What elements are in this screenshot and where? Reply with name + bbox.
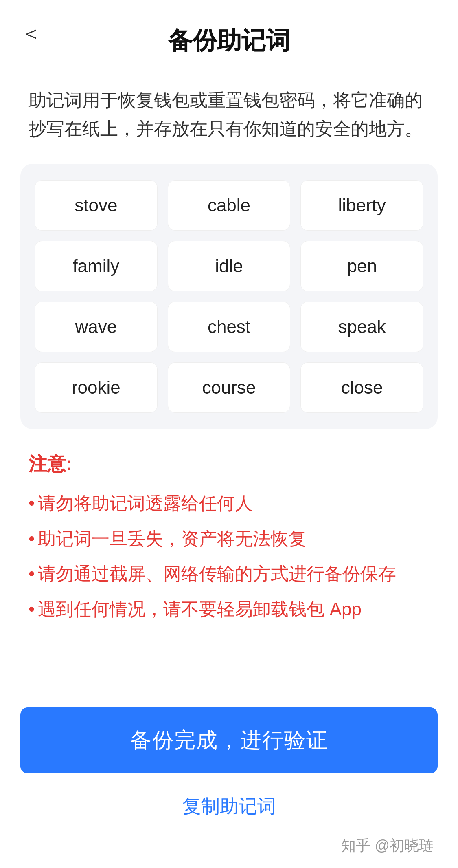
warning-item-1: •请勿将助记词透露给任何人 (28, 488, 430, 519)
warning-item-4: •遇到任何情况，请不要轻易卸载钱包 App (28, 594, 430, 625)
mnemonic-word-12: close (300, 362, 423, 413)
page-container: ＜ 备份助记词 助记词用于恢复钱包或重置钱包密码，将它准确的抄写在纸上，并存放在… (0, 0, 458, 868)
mnemonic-word-10: rookie (35, 362, 158, 413)
mnemonic-word-4: family (35, 241, 158, 291)
warning-item-text: 请勿通过截屏、网络传输的方式进行备份保存 (38, 559, 396, 589)
back-button[interactable]: ＜ (20, 22, 42, 44)
mnemonic-word-9: speak (300, 302, 423, 352)
copy-mnemonic-button[interactable]: 复制助记词 (178, 790, 280, 823)
mnemonic-word-6: pen (300, 241, 423, 291)
mnemonic-word-2: cable (168, 180, 291, 231)
warning-bullet: • (28, 594, 35, 625)
warning-item-3: •请勿通过截屏、网络传输的方式进行备份保存 (28, 559, 430, 589)
warning-item-2: •助记词一旦丢失，资产将无法恢复 (28, 524, 430, 554)
mnemonic-word-3: liberty (300, 180, 423, 231)
page-title: 备份助记词 (168, 24, 290, 57)
mnemonic-word-11: course (168, 362, 291, 413)
warning-title: 注意: (28, 452, 430, 477)
warning-items: •请勿将助记词透露给任何人•助记词一旦丢失，资产将无法恢复•请勿通过截屏、网络传… (28, 488, 430, 625)
warning-bullet: • (28, 559, 35, 589)
warning-item-text: 遇到任何情况，请不要轻易卸载钱包 App (38, 594, 362, 625)
mnemonic-container: stovecablelibertyfamilyidlepenwavechests… (20, 164, 438, 429)
warning-section: 注意: •请勿将助记词透露给任何人•助记词一旦丢失，资产将无法恢复•请勿通过截屏… (0, 429, 458, 646)
bottom-actions: 备份完成，进行验证 复制助记词 (0, 691, 458, 835)
warning-item-text: 助记词一旦丢失，资产将无法恢复 (38, 524, 307, 554)
warning-item-text: 请勿将助记词透露给任何人 (38, 488, 253, 519)
header: ＜ 备份助记词 (0, 0, 458, 70)
warning-bullet: • (28, 488, 35, 519)
watermark: 知乎 @初晓琏 (341, 836, 434, 856)
mnemonic-word-8: chest (168, 302, 291, 352)
backup-verify-button[interactable]: 备份完成，进行验证 (20, 707, 438, 773)
mnemonic-word-7: wave (35, 302, 158, 352)
mnemonic-word-1: stove (35, 180, 158, 231)
mnemonic-grid: stovecablelibertyfamilyidlepenwavechests… (35, 180, 423, 413)
description-text: 助记词用于恢复钱包或重置钱包密码，将它准确的抄写在纸上，并存放在只有你知道的安全… (0, 70, 458, 164)
warning-bullet: • (28, 524, 35, 554)
mnemonic-word-5: idle (168, 241, 291, 291)
